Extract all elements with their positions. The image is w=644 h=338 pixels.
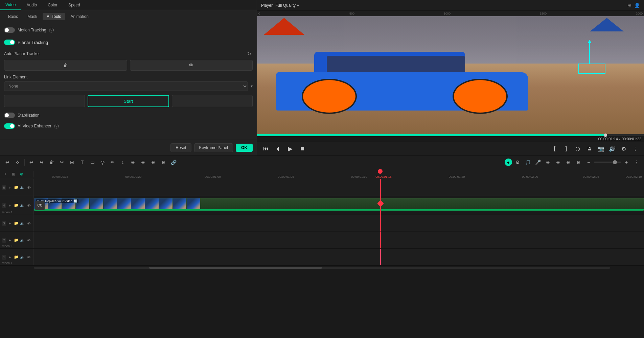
tab-video[interactable]: Video [0, 0, 21, 10]
track-1-eye-button[interactable]: 👁 [26, 254, 31, 260]
clip-thumb-8 [131, 198, 145, 211]
play-button[interactable]: ▶ [285, 144, 295, 153]
sticker-button[interactable]: ⊕ [543, 158, 553, 167]
tab-speed[interactable]: Speed [63, 0, 86, 10]
ai-video-enhancer-toggle[interactable] [4, 123, 15, 129]
track-4-audio-button[interactable]: 🔈 [20, 202, 25, 209]
tool-redo[interactable]: ↪ [37, 158, 46, 167]
track-4-folder-button[interactable]: 📁 [14, 202, 19, 209]
stop-button[interactable]: ⏹ [298, 144, 307, 153]
link-tool[interactable]: ⊕ [138, 158, 148, 167]
timeline-add-button[interactable]: + [2, 171, 9, 177]
track-2-eye-button[interactable]: 👁 [26, 237, 31, 243]
settings-button[interactable]: ⚙ [619, 144, 628, 153]
tab-color[interactable]: Color [42, 0, 63, 10]
sub-tab-basic[interactable]: Basic [4, 13, 22, 20]
delete-button[interactable]: 🗑 [47, 158, 56, 167]
track-4-eye-button[interactable]: 👁 [26, 202, 31, 209]
timeline-magnet-button[interactable]: ⊕ [18, 171, 25, 177]
track-2-audio-button[interactable]: 🔈 [20, 237, 25, 243]
track-1-audio-button[interactable]: 🔈 [20, 254, 25, 260]
track-4-label: Video 4 [2, 211, 12, 214]
move-tool[interactable]: ↕ [118, 158, 128, 167]
tool-trim[interactable]: ↩ [27, 158, 36, 167]
grid-icon[interactable]: ⊞ [627, 3, 631, 8]
link-element-dropdown[interactable]: None [4, 81, 248, 91]
circle-tool[interactable]: ◎ [98, 158, 107, 167]
chain-tool[interactable]: 🔗 [169, 158, 178, 167]
volume-button[interactable]: 🔊 [607, 144, 617, 153]
track-5-eye-button[interactable]: 👁 [26, 185, 31, 191]
expand-tool[interactable]: ⊕ [159, 158, 168, 167]
mark-in-button[interactable]: [ [550, 144, 559, 153]
track-4-content[interactable]: ▶ 09 Replace-Your-Video 🔄 [34, 196, 644, 215]
current-time: 00:00:01:14 [598, 137, 618, 141]
layer-tool[interactable]: ⊕ [148, 158, 158, 167]
track-1-add-button[interactable]: + [7, 254, 13, 260]
undo-button[interactable]: ↩ [3, 158, 12, 167]
start-button[interactable]: Start [88, 95, 169, 107]
scrollbar-track[interactable] [34, 267, 610, 269]
split-button[interactable]: ⊞ [67, 158, 77, 167]
scrollbar-thumb[interactable] [149, 267, 322, 269]
track-3-controls: 3 + 📁 🔈 👁 [0, 215, 34, 232]
screenshot-button[interactable]: 📷 [596, 144, 605, 153]
track-4-add-button[interactable]: + [7, 202, 13, 209]
mark-out-button[interactable]: ] [561, 144, 571, 153]
track-5-audio-button[interactable]: 🔈 [20, 185, 25, 191]
tool-select[interactable]: ⊹ [13, 158, 22, 167]
monitor-button[interactable]: 🖥 [584, 144, 594, 153]
timeline-grid-button[interactable]: ⊞ [10, 171, 17, 177]
sub-tab-animation[interactable]: Animation [66, 13, 92, 20]
track-3-audio-button[interactable]: 🔈 [20, 220, 25, 226]
video-clip-4[interactable]: ▶ 09 Replace-Your-Video 🔄 [34, 198, 644, 211]
mic-button[interactable]: 🎤 [533, 158, 543, 167]
delete-tracker-button[interactable]: 🗑 [4, 60, 127, 71]
keyframe-panel-button[interactable]: Keyframe Panel [194, 143, 233, 152]
track-5-folder-button[interactable]: 📁 [14, 185, 19, 191]
zoom-slider[interactable] [594, 162, 621, 163]
skip-back-button[interactable]: ⏮ [261, 144, 271, 153]
track-3-add-button[interactable]: + [7, 220, 13, 226]
more-tools-button[interactable]: ⋮ [632, 158, 641, 167]
cut-button[interactable]: ✂ [57, 158, 67, 167]
track-2-folder-button[interactable]: 📁 [14, 237, 19, 243]
more-button[interactable]: ⋮ [630, 144, 640, 153]
stabilization-row: Stabilization [4, 113, 253, 118]
ok-button[interactable]: OK [236, 144, 253, 152]
refresh-button[interactable]: ↻ [246, 50, 253, 57]
audio-button[interactable]: 🎵 [523, 158, 532, 167]
reset-button[interactable]: Reset [170, 143, 191, 152]
text-tool[interactable]: T [77, 158, 87, 167]
add-tool[interactable]: ⊕ [128, 158, 138, 167]
track-2-number: 2 [2, 238, 6, 243]
record-button[interactable]: ● [505, 159, 512, 166]
user-icon[interactable]: 👤 [634, 3, 640, 8]
caption-button[interactable]: ⊕ [564, 158, 573, 167]
track-3-folder-button[interactable]: 📁 [14, 220, 19, 226]
sub-tab-ai-tools[interactable]: AI Tools [43, 13, 65, 20]
track-3-eye-button[interactable]: 👁 [26, 220, 31, 226]
track-5-add-button[interactable]: + [7, 185, 13, 191]
zoom-out-button[interactable]: − [584, 158, 593, 167]
transition-button[interactable]: ⊕ [574, 158, 583, 167]
track-1-folder-button[interactable]: 📁 [14, 254, 19, 260]
tab-audio[interactable]: Audio [21, 0, 42, 10]
zoom-in-button[interactable]: + [622, 158, 631, 167]
frame-back-button[interactable]: ⏴ [273, 144, 283, 153]
player-progress-bar[interactable] [257, 134, 644, 136]
export-frame-button[interactable]: ⬡ [573, 144, 582, 153]
stabilization-toggle[interactable] [4, 113, 15, 118]
ai-video-enhancer-help-icon[interactable]: ? [54, 124, 59, 128]
eye-tracker-button[interactable]: 👁 [130, 60, 253, 71]
planar-tracking-toggle[interactable] [4, 40, 15, 45]
motion-tracking-toggle[interactable] [4, 27, 15, 33]
track-2-add-button[interactable]: + [7, 237, 13, 243]
subtitle-button[interactable]: ⊕ [553, 158, 563, 167]
motion-tracking-help-icon[interactable]: ? [49, 28, 54, 32]
fx-button[interactable]: ⚙ [513, 158, 522, 167]
sub-tab-mask[interactable]: Mask [23, 13, 41, 20]
rect-tool[interactable]: ▭ [88, 158, 97, 167]
quality-dropdown[interactable]: Full Quality ▾ [275, 3, 299, 8]
pen-tool[interactable]: ✏ [108, 158, 117, 167]
